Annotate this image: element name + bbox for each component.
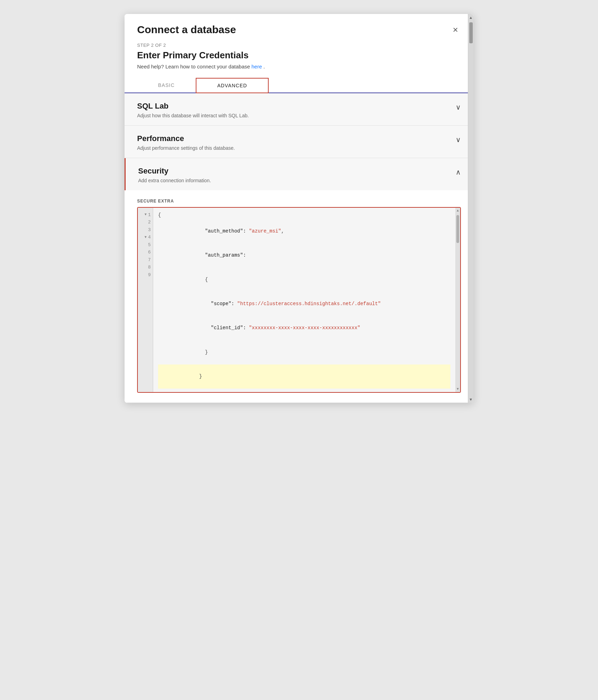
sql-lab-desc: Adjust how this database will interact w… <box>137 113 249 118</box>
help-link[interactable]: here <box>252 64 262 69</box>
accordion-sql-lab: SQL Lab Adjust how this database will in… <box>125 93 473 126</box>
line-num-9: 9 <box>148 271 151 279</box>
fold-icon-4: ▼ <box>144 235 147 241</box>
line-num-3: 3 <box>148 226 151 234</box>
security-body: SECURE EXTRA ▼ 1 2 3 ▼ 4 <box>125 190 473 403</box>
scroll-up-arrow[interactable]: ▲ <box>469 14 473 21</box>
connect-database-modal: ▲ ▼ Connect a database × STEP 2 OF 2 Ent… <box>125 14 473 403</box>
modal-header: Connect a database × <box>125 14 473 43</box>
performance-title: Performance <box>137 134 235 143</box>
scroll-down-arrow[interactable]: ▼ <box>469 396 473 403</box>
secure-extra-label: SECURE EXTRA <box>137 199 461 204</box>
accordion-performance-header[interactable]: Performance Adjust performance settings … <box>125 126 473 158</box>
fold-icon-1: ▼ <box>144 212 147 218</box>
inner-scrollbar[interactable]: ▲ ▼ <box>455 208 460 392</box>
code-line-2: "auth_method": "azure_msi", <box>158 219 450 243</box>
security-title: Security <box>138 167 211 176</box>
accordion-security: Security Add extra connection informatio… <box>125 158 473 403</box>
line-num-5: 5 <box>148 241 151 249</box>
step-indicator: STEP 2 OF 2 <box>125 43 473 50</box>
code-line-3: "auth_params": <box>158 243 450 267</box>
sql-lab-chevron: ∨ <box>456 103 461 111</box>
line-num-1: ▼ 1 <box>144 211 151 219</box>
line-num-2: 2 <box>148 219 151 226</box>
performance-chevron: ∨ <box>456 135 461 144</box>
code-content[interactable]: { "auth_method": "azure_msi", "auth_para… <box>153 208 455 392</box>
code-line-1: { <box>158 211 450 219</box>
inner-scroll-up[interactable]: ▲ <box>457 208 459 214</box>
inner-scroll-down[interactable]: ▼ <box>457 386 459 392</box>
code-line-5: "scope": "https://clusteraccess.hdinsigh… <box>158 292 450 316</box>
help-text: Need help? Learn how to connect your dat… <box>125 64 473 78</box>
close-button[interactable]: × <box>450 24 461 36</box>
sql-lab-title: SQL Lab <box>137 102 249 111</box>
code-editor[interactable]: ▼ 1 2 3 ▼ 4 5 6 7 8 9 <box>137 207 461 393</box>
credentials-heading: Enter Primary Credentials <box>125 50 473 64</box>
accordion-performance: Performance Adjust performance settings … <box>125 126 473 158</box>
line-num-4: ▼ 4 <box>144 234 151 241</box>
modal-title: Connect a database <box>137 24 236 36</box>
scroll-thumb[interactable] <box>469 22 473 43</box>
tab-advanced[interactable]: ADVANCED <box>196 78 269 93</box>
performance-desc: Adjust performance settings of this data… <box>137 145 235 151</box>
outer-scrollbar[interactable]: ▲ ▼ <box>468 14 473 403</box>
tab-basic[interactable]: BASIC <box>137 78 196 93</box>
code-line-7: } <box>158 340 450 364</box>
line-num-6: 6 <box>148 249 151 256</box>
tabs-container: BASIC ADVANCED <box>125 78 473 93</box>
inner-scroll-thumb[interactable] <box>456 215 459 243</box>
line-num-7: 7 <box>148 256 151 264</box>
accordion-sql-lab-header[interactable]: SQL Lab Adjust how this database will in… <box>125 93 473 125</box>
security-chevron: ∧ <box>456 168 461 176</box>
code-line-6: "client_id": "xxxxxxxx-xxxx-xxxx-xxxx-xx… <box>158 316 450 340</box>
security-desc: Add extra connection information. <box>138 178 211 183</box>
line-numbers: ▼ 1 2 3 ▼ 4 5 6 7 8 9 <box>138 208 153 392</box>
code-line-4: { <box>158 268 450 292</box>
code-line-8: } <box>158 364 450 389</box>
line-num-8: 8 <box>148 264 151 271</box>
code-editor-inner: ▼ 1 2 3 ▼ 4 5 6 7 8 9 <box>138 208 460 392</box>
accordion-security-header[interactable]: Security Add extra connection informatio… <box>125 158 473 190</box>
